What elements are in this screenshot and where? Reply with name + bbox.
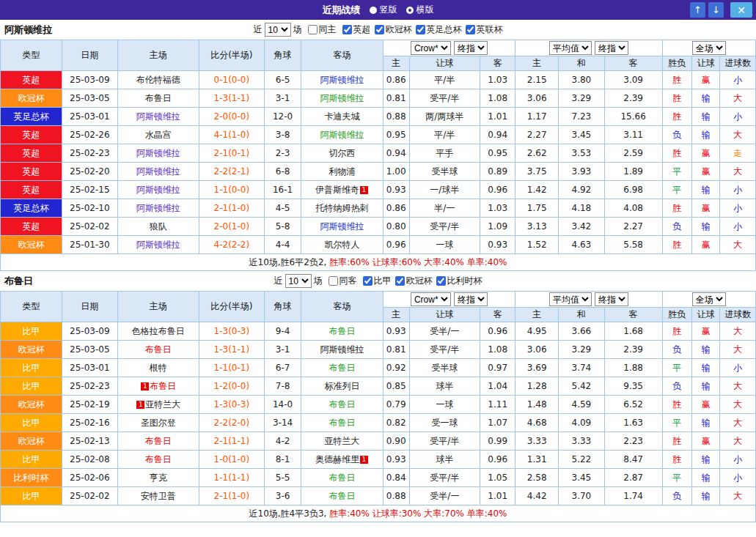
team-link[interactable]: 布伦特福德 [136,75,180,85]
match-row: 比利时杯25-02-06亨克1-1(1-1)5-5布鲁日0.84受平/半1.05… [1,469,756,487]
team-link[interactable]: 亨克 [150,473,167,483]
team-link[interactable]: 布鲁日 [145,436,172,446]
layout-radio-vertical[interactable]: 竖版 [370,4,397,16]
odds-time-select[interactable]: 终指 [454,292,488,306]
team-link[interactable]: 布鲁日 [145,93,172,103]
league-type-cell: 英超 [1,144,62,163]
odds-home-cell: 0.86 [383,71,409,89]
odds-home-cell: 0.86 [383,199,409,218]
league-checkbox-input[interactable] [395,276,405,286]
team-link[interactable]: 根特 [150,363,167,373]
scope-select[interactable]: 全场 [692,41,726,55]
league-filter-checkbox[interactable]: 比甲 [363,275,392,287]
league-checkbox-input[interactable] [342,25,352,34]
team-link[interactable]: 阿斯顿维拉 [136,166,180,177]
league-checkbox-input[interactable] [436,276,446,286]
same-venue-checkbox[interactable]: 同主 [308,23,337,36]
same-venue-checkbox-input[interactable] [308,25,318,34]
team-link[interactable]: 阿斯顿维拉 [136,240,180,250]
team-link[interactable]: 托特纳姆热刺 [315,203,368,213]
average-time-select[interactable]: 终指 [595,292,628,306]
team-link[interactable]: 阿斯顿维拉 [136,111,180,122]
team-link[interactable]: 卡迪夫城 [324,111,359,122]
layout-radio-horizontal[interactable]: 横版 [406,4,434,16]
league-filter-checkbox[interactable]: 欧冠杯 [375,23,412,36]
column-header: 主场 [117,292,199,322]
odds-home-cell: 0.84 [383,469,409,487]
team-link[interactable]: 凯尔特人 [324,240,359,250]
team-link[interactable]: 阿斯顿维拉 [320,221,364,232]
team-link[interactable]: 利物浦 [329,166,355,177]
result-cell: 胜 [662,236,691,254]
same-venue-checkbox[interactable]: 同客 [329,275,357,287]
team-link[interactable]: 色格拉布鲁日 [132,326,185,336]
goals-result-cell: 大 [720,396,756,414]
team-link[interactable]: 切尔西 [329,148,355,158]
home-team-cell: 阿斯顿维拉 [117,181,199,199]
team-link[interactable]: 水晶宫 [145,130,172,140]
score-cell: 2-2(2-1) [199,163,264,181]
team-link[interactable]: 布鲁日 [329,399,355,410]
move-up-button[interactable]: ↑ [690,2,705,18]
team-link[interactable]: 狼队 [150,221,167,232]
league-filter-checkbox[interactable]: 英足总杯 [416,23,462,36]
average-select[interactable]: 平均值 [549,41,592,55]
team-link[interactable]: 布鲁日 [329,418,355,428]
team-link[interactable]: 阿斯顿维拉 [320,130,364,140]
team-link[interactable]: 阿斯顿维拉 [320,344,364,355]
average-select[interactable]: 平均值 [549,292,592,306]
column-header: 进球数 [720,308,756,322]
avg-away-cell: 2.39 [604,341,662,359]
same-venue-checkbox-input[interactable] [329,276,338,286]
league-checkbox-input[interactable] [416,25,425,34]
avg-draw-cell: 5.22 [559,451,605,469]
team-link[interactable]: 圣图尔登 [141,418,176,428]
result-cell: 胜 [662,144,691,163]
team-link[interactable]: 阿斯顿维拉 [320,93,364,103]
team-link[interactable]: 布鲁日 [329,326,355,336]
team-link[interactable]: 阿斯顿维拉 [320,75,364,85]
close-button[interactable]: ✕ [730,2,752,18]
league-filter-checkbox[interactable]: 比利时杯 [436,275,482,287]
avg-home-cell: 1.31 [515,451,559,469]
league-checkbox-input[interactable] [375,25,384,34]
odds-away-cell: 0.93 [480,236,515,254]
team-link[interactable]: 布鲁日 [150,381,176,391]
league-filter-checkbox[interactable]: 英超 [342,23,371,36]
move-down-button[interactable]: ↓ [708,2,724,18]
team-link[interactable]: 安特卫普 [141,491,176,501]
odds-handicap-cell: 受半球 [409,359,480,377]
match-count-select[interactable]: 10 [265,23,291,37]
team-link[interactable]: 奥德赫维里 [315,454,359,464]
team-link[interactable]: 布鲁日 [145,454,172,464]
games-label: 场 [314,275,323,287]
team-link[interactable]: 阿斯顿维拉 [136,148,180,158]
team-link[interactable]: 标准列日 [324,381,359,391]
team-link[interactable]: 布鲁日 [329,473,355,483]
team-link[interactable]: 亚特兰大 [324,436,359,446]
league-filter-checkbox[interactable]: 欧冠杯 [395,275,433,287]
league-checkbox-input[interactable] [363,276,373,286]
scope-select[interactable]: 全场 [692,292,726,306]
team-link[interactable]: 阿斯顿维拉 [136,203,180,213]
avg-draw-cell: 4.09 [559,414,605,432]
odds-time-select[interactable]: 终指 [454,41,488,55]
match-count-select[interactable]: 10 [285,274,312,288]
team-link[interactable]: 伊普斯维奇 [315,185,359,195]
league-filter-checkbox[interactable]: 英联杯 [466,23,503,36]
team-link[interactable]: 阿斯顿维拉 [136,185,180,195]
result-cell: 胜 [662,396,691,414]
team-section-aston-villa: 阿斯顿维拉 近 10 场 同主 英超欧冠杯英足总杯英联杯 类型日期主场比分(半场… [0,20,756,271]
avg-draw-cell: 3.29 [559,89,605,108]
odds-away-cell: 0.96 [480,322,515,341]
odds-company-select[interactable]: Crow* [411,292,451,306]
league-checkbox-input[interactable] [466,25,475,34]
team-link[interactable]: 亚特兰大 [145,399,180,410]
team-link[interactable]: 布鲁日 [145,344,172,355]
odds-company-select[interactable]: Crow* [411,41,451,55]
match-row: 比甲25-03-09色格拉布鲁日1-3(0-3)9-4布鲁日0.93受半/一0.… [1,322,756,341]
team-link[interactable]: 布鲁日 [329,363,355,373]
average-time-select[interactable]: 终指 [595,41,628,55]
team-link[interactable]: 布鲁日 [329,491,355,501]
odds-away-cell: 1.01 [480,108,515,126]
